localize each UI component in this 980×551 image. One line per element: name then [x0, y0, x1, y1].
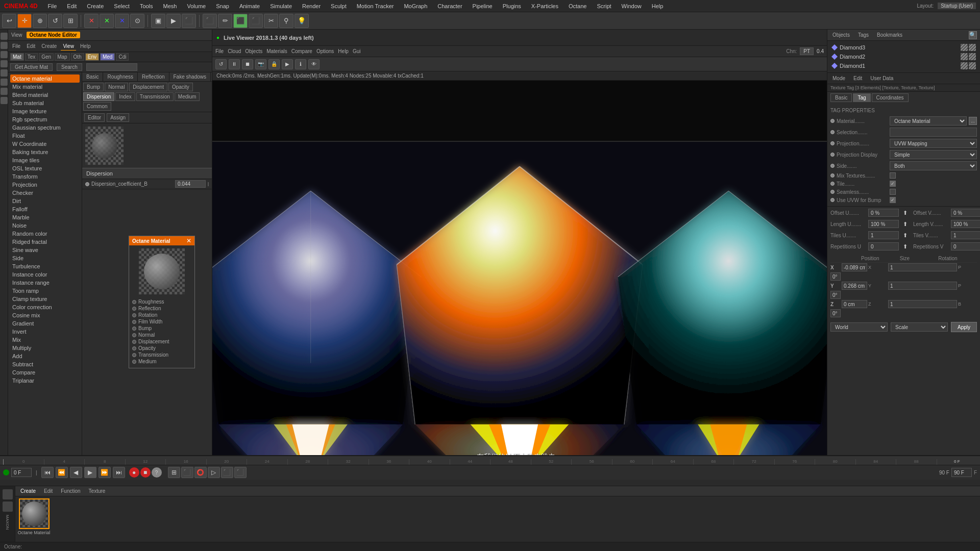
psr-y-rot[interactable] [830, 291, 841, 299]
lv-menu-gui[interactable]: Gui [353, 48, 361, 54]
menu-edit[interactable]: Edit [65, 2, 79, 10]
mat-item-imagetiles[interactable]: Image tiles [10, 156, 80, 164]
undo-btn[interactable]: ↩ [2, 14, 16, 28]
bm-tab-create[interactable]: Create [18, 488, 38, 494]
be-icon2[interactable] [3, 502, 13, 512]
rp-tab-tag[interactable]: Tag [853, 93, 870, 102]
rep-v-input[interactable] [951, 242, 980, 251]
mat-btn-mat[interactable]: Mat [10, 53, 24, 61]
rp-tab-coordinates[interactable]: Coordinates [872, 93, 909, 102]
tl-extra2[interactable]: ⬛ [181, 467, 193, 478]
menu-mesh[interactable]: Mesh [161, 2, 179, 10]
lv-menu-objects[interactable]: Objects [245, 48, 262, 54]
tiles-u-input[interactable] [868, 231, 899, 239]
mat-btn-geo[interactable]: Gen [39, 53, 54, 61]
diamond3-tag2[interactable] [969, 44, 976, 51]
sidebar-icon-4[interactable] [1, 60, 8, 67]
psr-y-pos[interactable] [842, 282, 867, 290]
oct-item-displacement[interactable]: Displacement [132, 338, 191, 345]
mat-btn-tex[interactable]: Tex [25, 53, 38, 61]
ne-tab-view[interactable]: File [10, 42, 22, 50]
mat-item-clamp[interactable]: Clamp texture [10, 295, 80, 303]
offset-v-input[interactable] [951, 209, 980, 217]
oct-item-transmission[interactable]: Transmission [132, 352, 191, 358]
lv-info-btn[interactable]: ℹ [295, 59, 306, 69]
rp-search-btn[interactable]: 🔍 [969, 31, 977, 39]
mat-item-falloff[interactable]: Falloff [10, 205, 80, 213]
mat-item-projection[interactable]: Projection [10, 181, 80, 189]
lv-play-btn[interactable]: ▶ [282, 59, 293, 69]
np-sub-common[interactable]: Common [83, 102, 111, 111]
mat-item-transform[interactable]: Transform [10, 172, 80, 181]
mat-btn-med[interactable]: Med [100, 53, 115, 61]
lv-menu-materials[interactable]: Materials [266, 48, 287, 54]
mat-item-wcoord[interactable]: W Coordinate [10, 140, 80, 148]
mat-item-compare[interactable]: Compare [10, 368, 80, 377]
world-select[interactable]: World [830, 322, 888, 332]
all-axis-btn[interactable]: ⊙ [130, 14, 144, 28]
oct-item-roughness[interactable]: Roughness [132, 298, 191, 305]
menu-file[interactable]: File [46, 2, 59, 10]
oct-item-reflection[interactable]: Reflection [132, 305, 191, 312]
lv-menu-options[interactable]: Options [316, 48, 334, 54]
move-btn[interactable]: ✛ [17, 14, 32, 28]
selection-input[interactable] [890, 128, 977, 137]
menu-simulate[interactable]: Simulate [268, 2, 294, 10]
oct-item-rotation[interactable]: Rotation [132, 312, 191, 318]
material-browse-btn[interactable]: ... [969, 117, 977, 125]
tl-end-frame[interactable] [951, 468, 972, 477]
menu-help[interactable]: Help [650, 2, 666, 10]
tl-play-back[interactable]: ◀ [70, 467, 82, 478]
np-tab-fakeshadows[interactable]: Fake shadows [169, 72, 211, 81]
sidebar-icon-3[interactable] [1, 51, 8, 58]
layout-value[interactable]: Startup (User) [938, 3, 976, 9]
mat-item-osl[interactable]: OSL texture [10, 164, 80, 172]
lv-stop-btn[interactable]: ⏹ [242, 59, 253, 69]
lv-menu-cloud[interactable]: Cloud [228, 48, 241, 54]
mat-item-toonramp[interactable]: Toon ramp [10, 287, 80, 295]
oct-item-opacity[interactable]: Opacity [132, 345, 191, 352]
rp-btn-bookmarks[interactable]: Bookmarks [875, 32, 904, 38]
menu-volume[interactable]: Volume [185, 2, 208, 10]
menu-create[interactable]: Create [85, 2, 106, 10]
mat-item-marble[interactable]: Marble [10, 213, 80, 221]
lv-refresh-btn[interactable]: ↺ [215, 59, 227, 69]
mat-item-baking[interactable]: Baking texture [10, 148, 80, 156]
octane-node-editor-tab[interactable]: Octane Node Editor [27, 32, 80, 38]
oct-item-bump[interactable]: Bump [132, 325, 191, 332]
lv-menu-compare[interactable]: Compare [291, 48, 312, 54]
mat-item-rgb[interactable]: Rgb spectrum [10, 115, 80, 123]
tiles-v-input[interactable] [951, 231, 980, 239]
magnet-btn[interactable]: ⚲ [279, 14, 293, 28]
psr-x-rot[interactable] [830, 272, 841, 281]
tl-extra4[interactable]: ▷ [208, 467, 220, 478]
oct-mat-close-btn[interactable]: ✕ [186, 237, 191, 244]
np-tab-basic[interactable]: Basic [82, 72, 103, 81]
mat-item-sub[interactable]: Sub material [10, 99, 80, 107]
diamond1-tag2[interactable] [969, 62, 976, 69]
np-sub-index[interactable]: Index [115, 92, 135, 101]
diamond2-tag2[interactable] [969, 53, 976, 60]
side-select[interactable]: Both [890, 161, 977, 170]
cut-btn[interactable]: ✂ [264, 14, 278, 28]
scale-btn[interactable]: ⊕ [33, 14, 47, 28]
np-sub-medium[interactable]: Medium [175, 92, 200, 101]
bm-tab-function[interactable]: Function [59, 488, 82, 494]
menu-animate[interactable]: Animate [237, 2, 262, 10]
ne-tab-help[interactable]: Help [78, 42, 93, 50]
mat-item-add[interactable]: Add [10, 352, 80, 360]
proj-display-select[interactable]: Simple [890, 150, 977, 159]
mat-item-colorcorrection[interactable]: Color correction [10, 303, 80, 311]
search-input[interactable] [86, 63, 137, 71]
lv-eye-btn[interactable]: 👁 [308, 59, 320, 69]
tl-step-fwd[interactable]: ⏩ [99, 467, 111, 478]
mode-tab-userdata[interactable]: User Data [867, 74, 896, 82]
sidebar-icon-7[interactable] [1, 88, 8, 95]
lv-camera-btn[interactable]: 📷 [255, 59, 266, 69]
view-tab[interactable]: View [11, 32, 22, 38]
mat-item-sinewave[interactable]: Sine wave [10, 246, 80, 254]
render-btn[interactable]: ▶ [166, 14, 181, 28]
mat-item-turbulence[interactable]: Turbulence [10, 262, 80, 270]
sidebar-icon-8[interactable] [1, 97, 8, 104]
mat-btn-oth[interactable]: Oth [71, 53, 84, 61]
